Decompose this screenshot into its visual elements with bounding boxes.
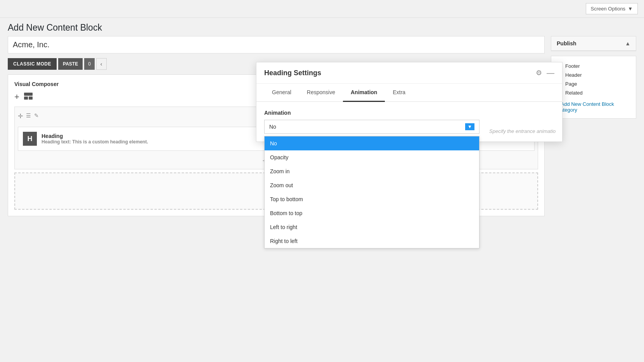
modal-title: Heading Settings xyxy=(264,69,321,77)
modal-tab-animation[interactable]: Animation xyxy=(343,84,385,102)
animation-section-label: Animation xyxy=(264,110,554,116)
dropdown-item[interactable]: Zoom out xyxy=(265,178,479,192)
animation-dropdown[interactable]: No ▼ xyxy=(264,120,480,134)
modal-header: Heading Settings ⚙ — xyxy=(256,62,562,84)
modal-tabs: GeneralResponsiveAnimationExtra xyxy=(256,84,562,102)
dropdown-selected-value: No xyxy=(269,124,276,130)
dropdown-item[interactable]: Zoom in xyxy=(265,164,479,178)
modal-gear-button[interactable]: ⚙ xyxy=(536,69,542,77)
animation-dropdown-list: NoOpacityZoom inZoom outTop to bottomBot… xyxy=(264,136,480,224)
modal-tab-extra[interactable]: Extra xyxy=(385,84,413,102)
dropdown-item[interactable]: No xyxy=(265,136,479,150)
dropdown-item[interactable]: Top to bottom xyxy=(265,192,479,206)
dropdown-item[interactable]: Opacity xyxy=(265,150,479,164)
dropdown-item[interactable]: Bottom to top xyxy=(265,206,479,220)
modal-overlay: Heading Settings ⚙ — GeneralResponsiveAn… xyxy=(0,0,644,224)
modal-header-actions: ⚙ — xyxy=(536,69,554,77)
modal-tab-general[interactable]: General xyxy=(264,84,299,102)
modal-body: Animation No ▼ Specify the entrance anim… xyxy=(256,102,562,141)
heading-settings-modal: Heading Settings ⚙ — GeneralResponsiveAn… xyxy=(256,62,563,142)
animation-hint: Specify the entrance animatio xyxy=(489,128,559,134)
dropdown-item[interactable]: Left to right xyxy=(265,220,479,224)
modal-collapse-button[interactable]: — xyxy=(547,69,554,77)
modal-tab-responsive[interactable]: Responsive xyxy=(299,84,343,102)
dropdown-arrow-icon: ▼ xyxy=(465,123,474,130)
